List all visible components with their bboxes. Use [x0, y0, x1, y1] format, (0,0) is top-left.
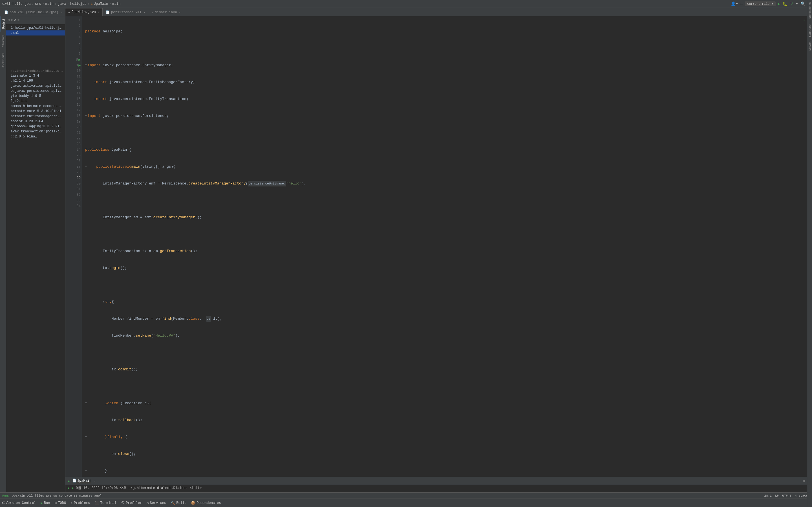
- fold-icon[interactable]: ▼: [85, 434, 87, 440]
- sidebar-item[interactable]: javax.activation-api:1.2.0: [6, 83, 65, 89]
- code-line: Member findMember = em.find(Member.class…: [85, 316, 812, 322]
- project-panel-tab[interactable]: Project: [1, 16, 6, 32]
- debug-button[interactable]: 🐛: [782, 1, 787, 6]
- code-line: ▼import javax.persistence.EntityManager;: [85, 62, 812, 68]
- sidebar-item[interactable]: ommon:hibernate-commons-ann: [6, 104, 65, 109]
- sidebar-item[interactable]: assist:3.23.2-GA: [6, 119, 65, 124]
- log-text: 9월 16, 2022 12:49:06 오후 org.hibernate.di…: [76, 486, 202, 490]
- cursor-position[interactable]: 28:1: [764, 494, 772, 497]
- sidebar-item[interactable]: bernate-entitymanager:5.3.10.Fi: [6, 114, 65, 119]
- toolbar-dependencies[interactable]: 📦 Dependencies: [191, 501, 221, 505]
- breadcrumb-item[interactable]: hellojpa: [70, 2, 87, 6]
- maven-tab[interactable]: Maven: [808, 39, 812, 53]
- tab-label: JpaMain.java: [71, 10, 96, 14]
- line-ending: LF: [775, 494, 779, 497]
- sidebar-gear-icon[interactable]: ≡: [17, 18, 19, 22]
- run-panel-settings-icon[interactable]: ⚙: [803, 478, 805, 483]
- coverage-button[interactable]: ⛉: [790, 2, 794, 6]
- run-panel-header: ▶ 📄 JpaMain ✕ ⚙ ✕: [65, 477, 812, 485]
- sidebar-item[interactable]: yte-buddy:1.9.5: [6, 94, 65, 99]
- sidebar-item[interactable]: e:javax.persistence-api:2.2: [6, 89, 65, 94]
- sidebar-expand-icon[interactable]: ⊞: [8, 18, 10, 22]
- toolbar-run[interactable]: ▶ Run: [41, 501, 50, 505]
- green-check-icon: ✓: [804, 18, 806, 22]
- run-line-8[interactable]: ▶: [79, 57, 81, 62]
- run-tab-close[interactable]: ✕: [94, 480, 95, 483]
- breadcrumb-item[interactable]: ex01-hello-jpa: [2, 2, 31, 6]
- sidebar-project-root[interactable]: 1-hello-jpa/ex01-hello-jpa: [6, 25, 65, 31]
- run-line-9[interactable]: ▶: [79, 63, 81, 68]
- bookmarks-panel-tab[interactable]: Bookmarks: [1, 50, 5, 71]
- code-content[interactable]: package hellojpa; ▼import javax.persiste…: [82, 16, 812, 477]
- database-tab[interactable]: Database: [808, 21, 812, 39]
- structure-panel-tab[interactable]: Structure: [1, 32, 5, 50]
- pom-tab-close[interactable]: ✕: [60, 11, 62, 14]
- fold-icon[interactable]: ▼: [103, 299, 104, 305]
- sidebar-item[interactable]: g:jboss-logging:3.3.2.Final: [6, 124, 65, 129]
- toolbar-todo[interactable]: ☑ TODO: [54, 501, 66, 505]
- notifications-tab[interactable]: Notifications: [808, 16, 812, 21]
- code-editor[interactable]: 1 2 3 4 5 6 7 8▶ 9▶ 10 11 12 13 14 15 16…: [65, 16, 812, 477]
- tab-pom[interactable]: 📄 pom.xml (ex01-hello-jpa) ✕: [1, 8, 65, 16]
- fold-icon[interactable]: ▼: [85, 113, 87, 119]
- back-icon[interactable]: ←: [741, 2, 743, 6]
- sidebar-item[interactable]: lj:2.1.1: [6, 99, 65, 104]
- code-line: ▼import javax.persistence.Persistence;: [85, 113, 812, 119]
- tab-persistence[interactable]: 📄 persistence.xml ✕: [103, 8, 148, 16]
- sidebar-settings-icon[interactable]: ⚙: [14, 18, 16, 22]
- run-button[interactable]: ▶: [778, 1, 780, 6]
- sidebar-item[interactable]: bernate-core:5.3.10.Final: [6, 109, 65, 114]
- persistence-tab-close[interactable]: ✕: [144, 11, 145, 14]
- sidebar-item[interactable]: ::2.0.5.Final: [6, 134, 65, 139]
- tab-member[interactable]: ☕ Member.java ✕: [148, 8, 184, 16]
- run-tab-main[interactable]: 📄 JpaMain: [72, 478, 91, 483]
- breadcrumb-item[interactable]: java: [58, 2, 66, 6]
- run-panel: ▶ 📄 JpaMain ✕ ⚙ ✕ ▶ ▶ 9월 16, 2022 12:49:…: [65, 477, 812, 492]
- line-number-gutter: 1 2 3 4 5 6 7 8▶ 9▶ 10 11 12 13 14 15 16…: [65, 16, 82, 477]
- breadcrumb: ex01-hello-jpa › src › main › java › hel…: [2, 2, 731, 6]
- run-icon: ▶: [41, 501, 43, 505]
- jpaMain-tab-icon: ☕: [68, 10, 70, 14]
- problems-icon: ⚠: [70, 501, 73, 505]
- tab-jpaMain[interactable]: ☕ JpaMain.java ✕: [65, 8, 103, 16]
- more-run-options[interactable]: ▾: [796, 1, 798, 6]
- breadcrumb-item-method[interactable]: main: [112, 2, 121, 6]
- toolbar-profiler[interactable]: ⏱ Profiler: [121, 501, 142, 505]
- run-config-dropdown[interactable]: Current File ▾: [745, 1, 775, 6]
- user-icon[interactable]: 👤▾: [731, 1, 738, 6]
- breadcrumb-item[interactable]: src: [35, 2, 41, 6]
- status-bar: Run: JpaMain All files are up-to-date (3…: [0, 492, 812, 499]
- toolbar-version-control[interactable]: ⑆ Version Control: [2, 501, 36, 505]
- log-line: ▶ ▶ 9월 16, 2022 12:49:06 오후 org.hibernat…: [68, 486, 810, 490]
- right-side-tabs: Notifications Database Maven: [807, 16, 812, 492]
- sidebar-item[interactable]: .xml: [6, 31, 65, 36]
- version-control-status[interactable]: Run:: [2, 494, 10, 497]
- toolbar-terminal[interactable]: ⬛ Terminal: [95, 501, 117, 505]
- toolbar-build[interactable]: 🔨 Build: [170, 501, 186, 505]
- tab-bar: 📄 pom.xml (ex01-hello-jpa) ✕ ☕ JpaMain.j…: [0, 8, 812, 16]
- toolbar-label: Terminal: [100, 501, 117, 505]
- sidebar-item[interactable]: lassmate:1.3.4: [6, 73, 65, 78]
- toolbar-problems[interactable]: ⚠ Problems: [70, 501, 90, 505]
- fold-icon[interactable]: ▼: [85, 468, 87, 474]
- sidebar-content: 1-hello-jpa/ex01-hello-jpa .xml /aVirtua…: [6, 24, 65, 492]
- sidebar-item[interactable]: avax.transaction:jboss-transacti: [6, 129, 65, 134]
- toolbar-services[interactable]: ⚙ Services: [147, 501, 166, 505]
- jpaMain-tab-close[interactable]: ✕: [98, 10, 100, 14]
- run-status-name: JpaMain: [12, 494, 25, 497]
- member-tab-close[interactable]: ✕: [179, 11, 181, 14]
- project-sidebar: ⊞ ⊟ ⚙ ≡ 1-hello-jpa/ex01-hello-jpa .xml …: [6, 16, 65, 492]
- code-line: import javax.persistence.EntityManagerFa…: [85, 79, 812, 85]
- sidebar-item[interactable]: /aVirtualMachines/jdk1.8.0_301...: [6, 36, 65, 73]
- search-everywhere-icon[interactable]: 🔍: [801, 1, 805, 6]
- tab-label: pom.xml (ex01-hello-jpa): [10, 10, 58, 14]
- code-line: EntityManagerFactory emf = Persistence.c…: [85, 181, 812, 186]
- fold-icon[interactable]: ▼: [85, 400, 87, 406]
- sidebar-collapse-icon[interactable]: ⊟: [11, 18, 13, 22]
- breadcrumb-item[interactable]: main: [45, 2, 54, 6]
- fold-icon[interactable]: ▼: [85, 164, 87, 170]
- sidebar-toolbar: ⊞ ⊟ ⚙ ≡: [6, 16, 65, 24]
- breadcrumb-item[interactable]: JpaMain: [94, 2, 108, 6]
- sidebar-item[interactable]: :h2:1.4.199: [6, 78, 65, 83]
- fold-icon[interactable]: ▼: [85, 62, 87, 68]
